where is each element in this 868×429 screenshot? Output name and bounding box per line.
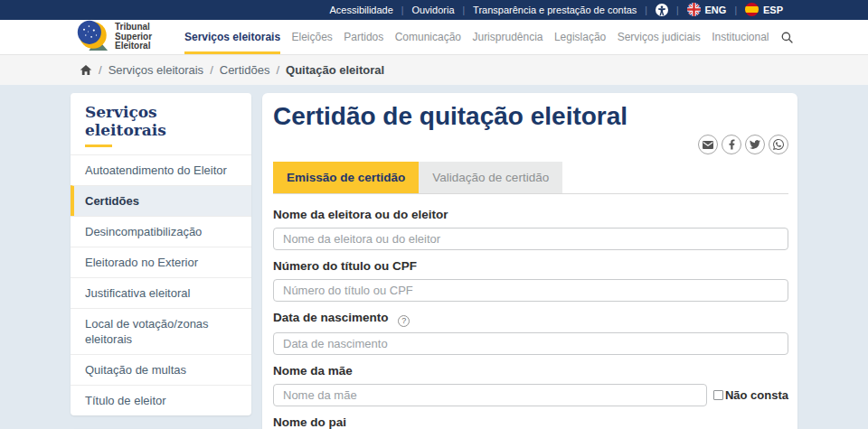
sidebar-item-desincompatibilizacao[interactable]: Desincompatibilização xyxy=(71,216,251,247)
language-label-esp: ESP xyxy=(763,5,783,15)
language-switch-esp[interactable]: ESP xyxy=(745,3,783,18)
sidebar-list: Autoatendimento do Eleitor Certidões Des… xyxy=(71,154,251,415)
site-header: Tribunal Superior Eleitoral Serviços ele… xyxy=(0,20,868,54)
field-data-nascimento: Data de nascimento ? xyxy=(273,311,788,355)
help-icon[interactable]: ? xyxy=(398,315,410,327)
data-nascimento-input[interactable] xyxy=(273,332,788,355)
nao-consta-label: Não consta xyxy=(725,388,788,402)
breadcrumb-link-certidoes[interactable]: Certidões xyxy=(220,63,270,77)
titulo-cpf-input[interactable] xyxy=(273,279,788,302)
uk-flag-icon xyxy=(687,3,701,18)
nome-eleitor-input[interactable] xyxy=(273,228,788,250)
field-nome-eleitor: Nome da eleitora ou do eleitor xyxy=(273,208,788,250)
main-nav: Serviços eleitorais Eleições Partidos Co… xyxy=(184,20,794,54)
topbar: Acessibilidade | Ouvidoria | Transparênc… xyxy=(0,0,868,20)
tse-logo-icon xyxy=(76,19,108,55)
facebook-share-icon[interactable] xyxy=(722,135,741,154)
breadcrumb-separator: / xyxy=(210,63,213,77)
data-nascimento-label-text: Data de nascimento xyxy=(273,311,389,324)
page-title: Certidão de quitação eleitoral xyxy=(273,100,788,133)
sidebar-item-eleitorado-exterior[interactable]: Eleitorado no Exterior xyxy=(71,247,251,277)
sidebar-item-quitacao-multas[interactable]: Quitação de multas xyxy=(71,354,251,385)
language-switch-eng[interactable]: ENG xyxy=(687,3,727,18)
sidebar-item-certidoes[interactable]: Certidões xyxy=(71,185,251,216)
sidebar-item-justificativa[interactable]: Justificativa eleitoral xyxy=(71,277,251,308)
topbar-link-acessibilidade[interactable]: Acessibilidade xyxy=(329,5,392,15)
twitter-share-icon[interactable] xyxy=(745,135,765,154)
data-nascimento-label: Data de nascimento ? xyxy=(273,311,788,327)
separator: | xyxy=(645,5,647,15)
separator: | xyxy=(463,5,466,15)
tabs: Emissão de certidão Validação de certidã… xyxy=(273,162,788,194)
breadcrumb-current: Quitação eleitoral xyxy=(286,63,384,77)
nav-item-eleicoes[interactable]: Eleições xyxy=(291,20,332,54)
nav-item-jurisprudencia[interactable]: Jurisprudência xyxy=(472,20,542,54)
home-icon[interactable] xyxy=(80,64,92,76)
separator: | xyxy=(734,5,737,15)
nome-eleitor-label: Nome da eleitora ou do eleitor xyxy=(273,208,788,222)
breadcrumb-link-servicos[interactable]: Serviços eleitorais xyxy=(108,63,204,77)
spain-flag-icon xyxy=(745,3,759,18)
topbar-link-ouvidoria[interactable]: Ouvidoria xyxy=(411,5,454,15)
tse-logo[interactable]: Tribunal Superior Eleitoral xyxy=(76,20,184,54)
breadcrumb-separator: / xyxy=(276,63,279,77)
nome-pai-label: Nome do pai xyxy=(273,415,788,429)
nav-item-partidos[interactable]: Partidos xyxy=(344,20,383,54)
nav-item-legislacao[interactable]: Legislação xyxy=(554,20,606,54)
topbar-link-transparencia[interactable]: Transparência e prestação de contas xyxy=(473,5,637,15)
certificate-form: Nome da eleitora ou do eleitor Número do… xyxy=(273,208,788,429)
nome-mae-label: Nome da mãe xyxy=(273,364,788,378)
language-label-eng: ENG xyxy=(705,5,727,15)
nome-mae-row: Não consta xyxy=(273,384,788,406)
sidebar-item-autoatendimento[interactable]: Autoatendimento do Eleitor xyxy=(71,154,251,185)
main-content: Certidão de quitação eleitoral Emissão d… xyxy=(262,93,797,429)
nav-item-comunicacao[interactable]: Comunicação xyxy=(395,20,461,54)
nao-consta-checkbox-group[interactable]: Não consta xyxy=(713,388,788,402)
sidebar-item-local-votacao[interactable]: Local de votação/zonas eleitorais xyxy=(71,308,251,354)
nav-item-servicos-judiciais[interactable]: Serviços judiciais xyxy=(618,20,701,54)
sidebar: Serviços eleitorais Autoatendimento do E… xyxy=(71,93,251,415)
nav-item-servicos-eleitorais[interactable]: Serviços eleitorais xyxy=(184,20,280,54)
field-nome-pai: Nome do pai xyxy=(273,415,788,429)
breadcrumb: / Serviços eleitorais / Certidões / Quit… xyxy=(0,54,868,85)
titulo-cpf-label: Número do título ou CPF xyxy=(273,259,788,274)
search-icon[interactable] xyxy=(780,20,794,54)
nav-item-institucional[interactable]: Institucional xyxy=(712,20,769,54)
nome-mae-input[interactable] xyxy=(273,384,707,406)
email-share-icon[interactable] xyxy=(698,135,718,154)
breadcrumb-separator: / xyxy=(99,63,102,77)
whatsapp-share-icon[interactable] xyxy=(769,135,788,154)
sidebar-item-titulo-eleitor[interactable]: Título de eleitor xyxy=(71,385,251,415)
tab-emissao-certidao[interactable]: Emissão de certidão xyxy=(273,162,419,193)
accessibility-icon[interactable] xyxy=(656,4,668,16)
share-row xyxy=(273,135,788,154)
separator: | xyxy=(401,5,404,15)
left-column: Serviços eleitorais Autoatendimento do E… xyxy=(71,93,251,429)
field-nome-mae: Nome da mãe Não consta xyxy=(273,364,788,406)
field-titulo-cpf: Número do título ou CPF xyxy=(273,259,788,302)
sidebar-title: Serviços eleitorais xyxy=(71,93,251,147)
separator: | xyxy=(676,5,679,15)
tse-logo-text: Tribunal Superior Eleitoral xyxy=(115,23,152,51)
tab-validacao-certidao[interactable]: Validação de certidão xyxy=(419,162,562,193)
logo-line: Eleitoral xyxy=(115,42,152,51)
nao-consta-checkbox[interactable] xyxy=(713,390,723,400)
